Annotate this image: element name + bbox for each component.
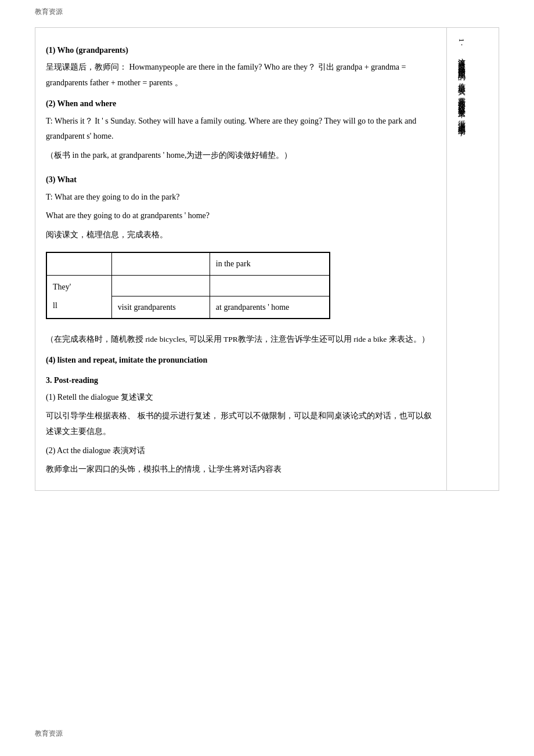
right-column: 1．这篇课文是以对话的形式呈现的，信息量较大，需要教师课前认真解读文本，循序渐进… <box>447 27 499 491</box>
section2-title: (2) When and where <box>46 96 436 111</box>
section2-p1: T: Wheris it？ It ' s Sunday. Sothey will… <box>46 114 436 144</box>
table-cell-2-3 <box>210 275 329 296</box>
header-label: 教育资源 <box>35 8 63 16</box>
table-row-2: They' <box>47 275 330 296</box>
activity-table: in the park They' ll visit grandparents … <box>46 252 330 319</box>
table-cell-1-1 <box>47 253 112 275</box>
section2-p2: （板书 in the park, at grandparents ' home,… <box>46 148 436 164</box>
section3-p3: 阅读课文，梳理信息，完成表格。 <box>46 227 436 243</box>
section3-p1: T: What are they going to do in the park… <box>46 190 436 205</box>
table-row-1: in the park <box>47 253 330 275</box>
page: 教育资源 (1) Who (grandparents) 呈现课题后，教师问： H… <box>0 0 534 756</box>
table-cell-3-2: visit grandparents <box>111 296 210 318</box>
main-content: (1) Who (grandparents) 呈现课题后，教师问： Howman… <box>0 21 534 526</box>
section1-p1: 呈现课题后，教师问： Howmanypeople are there in th… <box>46 60 436 91</box>
footer: 教育资源 <box>0 723 98 744</box>
note1: （在完成表格时，随机教授 ride bicycles, 可以采用 TPR教学法，… <box>46 332 436 347</box>
section3-title: (3) What <box>46 172 436 187</box>
left-column: (1) Who (grandparents) 呈现课题后，教师问： Howman… <box>35 27 447 491</box>
table-cell-1-2 <box>111 253 210 275</box>
header: 教育资源 <box>0 0 534 21</box>
table-cell-1-3: in the park <box>210 253 329 275</box>
section5-p1: 可以引导学生根据表格、 板书的提示进行复述， 形式可以不做限制，可以是和同桌谈论… <box>46 408 436 439</box>
section4-title: (4) listen and repeat, imitate the pronu… <box>46 353 436 367</box>
section5-title: 3. Post-reading <box>46 373 436 388</box>
table-cell-3-3: at grandparents ' home <box>210 296 329 318</box>
table-row-3: ll visit grandparents at grandparents ' … <box>47 296 330 318</box>
section3-p2: What are they going to do at grandparent… <box>46 208 436 224</box>
section5-sub2: (2) Act the dialogue 表演对话 <box>46 443 436 459</box>
footer-label: 教育资源 <box>35 729 63 737</box>
table-cell-2-2 <box>111 275 210 296</box>
table-cell-2-1: They' <box>47 275 112 296</box>
section1-title: (1) Who (grandparents) <box>46 43 436 57</box>
right-col-text: 1．这篇课文是以对话的形式呈现的，信息量较大，需要教师课前认真解读文本，循序渐进… <box>452 34 471 128</box>
section5-sub1: (1) Retell the dialogue 复述课文 <box>46 390 436 406</box>
section5-p2: 教师拿出一家四口的头饰，模拟书上的情境，让学生将对话内容表 <box>46 462 436 478</box>
table-cell-3-1: ll <box>47 296 112 318</box>
